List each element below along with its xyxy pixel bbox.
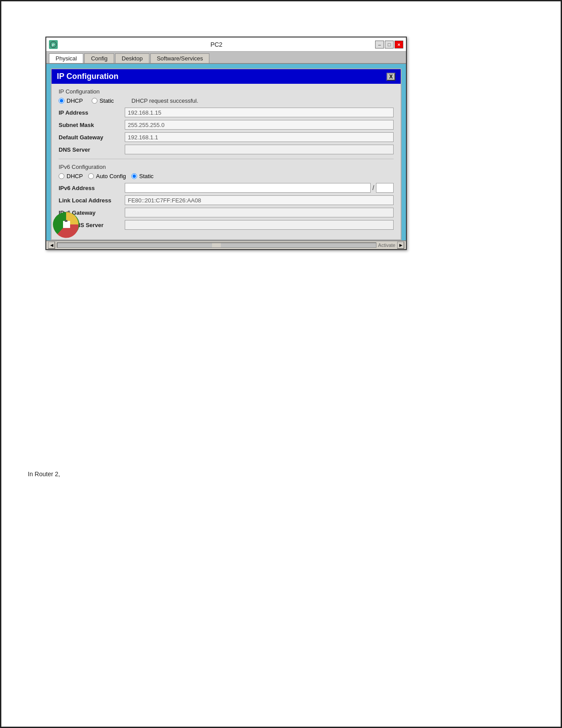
ipv4-section-label: IP Configuration [59, 88, 394, 95]
link-local-row: Link Local Address [59, 195, 394, 205]
dns-server-input[interactable] [125, 145, 394, 154]
ipv6-static-group: Static [131, 173, 154, 179]
scroll-thumb [212, 243, 221, 247]
activate-text: Activate [378, 243, 395, 248]
maximize-button[interactable]: □ [385, 41, 394, 49]
scroll-left-button[interactable]: ◀ [48, 242, 55, 249]
ip-address-row: IP Address [59, 108, 394, 117]
ipv6-prefix-input[interactable] [376, 183, 394, 193]
ipv6-dns-row: IPv6 DNS Server [59, 220, 394, 230]
section-separator [59, 159, 394, 159]
scroll-right-button[interactable]: ▶ [397, 242, 404, 249]
link-local-input[interactable] [125, 195, 394, 205]
tabs-row: Physical Config Desktop Software/Service… [46, 52, 406, 64]
subnet-mask-label: Subnet Mask [59, 122, 120, 128]
subnet-mask-input[interactable] [125, 120, 394, 130]
cisco-logo [51, 208, 82, 239]
dns-server-label: DNS Server [59, 146, 120, 153]
ipv6-address-label: IPv6 Address [59, 185, 120, 191]
ip-config-body: IP Configuration DHCP Static DHCP reques… [52, 84, 401, 239]
ipv6-auto-radio[interactable] [88, 173, 94, 179]
static-label[interactable]: Static [100, 97, 114, 104]
ipv6-gateway-row: IPv6 Gateway [59, 208, 394, 217]
tab-config[interactable]: Config [84, 53, 114, 63]
ipv6-auto-group: Auto Config [88, 173, 126, 179]
ipv6-dhcp-group: DHCP [59, 173, 83, 179]
tab-physical[interactable]: Physical [49, 53, 83, 63]
ipv6-dhcp-label[interactable]: DHCP [67, 173, 83, 179]
svg-rect-4 [65, 220, 67, 222]
ip-config-close-button[interactable]: X [387, 73, 395, 81]
ip-config-panel: IP Configuration X IP Configuration DHCP [51, 68, 402, 240]
minimize-button[interactable]: – [375, 41, 384, 49]
dhcp-status: DHCP request successful. [131, 97, 198, 104]
dhcp-radio[interactable] [59, 98, 64, 104]
status-bar: ◀ Activate ▶ [46, 240, 406, 249]
bottom-text-content: In Router 2, [28, 470, 60, 478]
dhcp-radio-group: DHCP [59, 97, 83, 104]
ip-address-input[interactable] [125, 108, 394, 117]
static-radio-group: Static [92, 97, 114, 104]
window-close-button[interactable]: × [395, 41, 403, 49]
tab-desktop[interactable]: Desktop [115, 53, 149, 63]
ipv4-mode-row: DHCP Static DHCP request successful. [59, 97, 394, 104]
horizontal-scrollbar[interactable] [57, 243, 376, 248]
svg-text:P: P [52, 43, 55, 47]
ipv6-address-wrap: / [125, 183, 394, 193]
bottom-text: In Router 2, [28, 470, 60, 478]
static-radio[interactable] [92, 98, 97, 104]
ip-config-title: IP Configuration [57, 72, 119, 81]
ip-address-label: IP Address [59, 109, 120, 116]
ipv6-address-row: IPv6 Address / [59, 183, 394, 193]
dns-server-row: DNS Server [59, 145, 394, 154]
app-icon: P [49, 40, 58, 49]
subnet-mask-row: Subnet Mask [59, 120, 394, 130]
tab-software-services[interactable]: Software/Services [150, 53, 210, 63]
link-local-label: Link Local Address [59, 197, 120, 204]
ipv6-static-label[interactable]: Static [139, 173, 154, 179]
ipv6-static-radio[interactable] [131, 173, 137, 179]
ipv6-gateway-input[interactable] [125, 208, 394, 217]
dhcp-label[interactable]: DHCP [67, 97, 83, 104]
default-gateway-label: Default Gateway [59, 134, 120, 141]
ipv6-slash: / [372, 184, 374, 191]
window-title: PC2 [58, 41, 375, 48]
ipv6-dns-input[interactable] [125, 220, 394, 230]
default-gateway-row: Default Gateway [59, 132, 394, 142]
title-bar: P PC2 – □ × [46, 37, 406, 52]
svg-rect-3 [63, 221, 70, 228]
logo-area [51, 208, 86, 239]
ipv6-mode-row: DHCP Auto Config Static [59, 173, 394, 179]
ipv6-address-input[interactable] [125, 183, 371, 193]
ipv6-dhcp-radio[interactable] [59, 173, 64, 179]
ipv6-auto-label[interactable]: Auto Config [96, 173, 126, 179]
ip-config-header: IP Configuration X [52, 69, 401, 84]
content-area: IP Configuration X IP Configuration DHCP [46, 64, 406, 249]
window-controls: – □ × [375, 41, 403, 49]
title-bar-left: P [49, 40, 58, 49]
ipv6-section-label: IPv6 Configuration [59, 164, 394, 170]
pc-window: P PC2 – □ × Physical Config Desktop [45, 37, 407, 250]
page-wrapper: P PC2 – □ × Physical Config Desktop [19, 19, 543, 478]
default-gateway-input[interactable] [125, 132, 394, 142]
